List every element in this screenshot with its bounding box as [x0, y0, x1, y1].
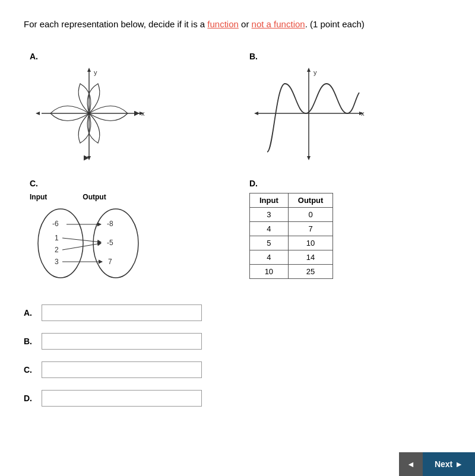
table-cell-2-0: 5: [250, 236, 289, 250]
rep-B: B. y x: [243, 46, 451, 167]
mapping-output-label: Output: [83, 193, 106, 201]
next-button[interactable]: Next ►: [423, 452, 475, 476]
table-row: 1025: [250, 264, 333, 278]
table-cell-0-1: 0: [288, 207, 333, 221]
table-cell-2-1: 10: [288, 236, 333, 250]
table-cell-1-0: 4: [250, 221, 289, 236]
question-header: For each representation below, decide if…: [24, 18, 451, 31]
graph-A-container: y x: [30, 66, 148, 161]
table-row: 30: [250, 207, 333, 221]
function-table: Input Output 30475104141025: [249, 193, 333, 279]
svg-marker-7: [87, 156, 91, 160]
svg-text:-5: -5: [107, 239, 113, 247]
table-row: 414: [250, 250, 333, 264]
prev-button[interactable]: ◄: [399, 452, 423, 476]
answer-label-D: D.: [24, 394, 42, 403]
svg-marker-14: [254, 112, 258, 115]
mapping-labels: Input Output: [30, 193, 226, 201]
graph-A-svg: y x: [30, 66, 148, 161]
answer-input-A[interactable]: [42, 304, 202, 321]
table-cell-3-1: 14: [288, 250, 333, 264]
header-end: . (1 point each): [305, 19, 365, 29]
answer-label-A: A.: [24, 308, 42, 318]
answer-input-B[interactable]: [42, 333, 202, 350]
bottom-nav: ◄ Next ►: [399, 452, 475, 476]
answer-label-B: B.: [24, 337, 42, 346]
table-cell-4-1: 25: [288, 264, 333, 278]
representations-grid: A. y: [24, 46, 451, 287]
svg-text:2: 2: [55, 246, 59, 254]
table-row: 47: [250, 221, 333, 236]
svg-text:7: 7: [108, 258, 112, 266]
table-cell-4-0: 10: [250, 264, 289, 278]
svg-marker-15: [307, 156, 311, 160]
answer-row-C: C.: [24, 361, 451, 378]
svg-point-16: [38, 209, 83, 278]
mapping-wrapper: -6 1 2 3 -8 -5 7: [30, 204, 137, 281]
function-link[interactable]: function: [207, 19, 239, 29]
svg-text:y: y: [94, 69, 97, 76]
mapping-input-label: Input: [30, 193, 47, 201]
svg-marker-5: [87, 68, 91, 72]
svg-marker-13: [307, 68, 311, 72]
table-cell-0-0: 3: [250, 207, 289, 221]
graph-B-container: y x: [249, 66, 368, 161]
svg-marker-6: [36, 112, 40, 115]
svg-line-26: [62, 238, 101, 242]
answer-row-B: B.: [24, 333, 451, 350]
svg-text:3: 3: [55, 258, 59, 266]
rep-B-label: B.: [249, 52, 445, 61]
table-header-output: Output: [288, 193, 333, 207]
rep-D-label: D.: [249, 179, 445, 188]
rep-D: D. Input Output 30475104141025: [243, 173, 451, 287]
rep-C: C. Input Output -6 1 2: [24, 173, 232, 287]
svg-line-27: [62, 243, 101, 250]
table-cell-1-1: 7: [288, 221, 333, 236]
rep-A-label: A.: [30, 52, 226, 61]
svg-text:-8: -8: [107, 220, 113, 228]
svg-text:y: y: [314, 69, 317, 76]
answer-row-D: D.: [24, 390, 451, 407]
table-cell-3-0: 4: [250, 250, 289, 264]
page-container: For each representation below, decide if…: [0, 0, 475, 476]
answer-label-C: C.: [24, 365, 42, 375]
answer-row-A: A.: [24, 304, 451, 321]
table-row: 510: [250, 236, 333, 250]
header-text-before: For each representation below, decide if…: [24, 19, 207, 29]
table-header-input: Input: [250, 193, 289, 207]
svg-text:1: 1: [55, 234, 59, 242]
answer-input-C[interactable]: [42, 361, 202, 378]
rep-C-label: C.: [30, 179, 226, 188]
header-middle: or: [239, 19, 252, 29]
answer-section: A. B. C. D.: [24, 304, 451, 407]
graph-B-svg: y x: [249, 66, 368, 161]
answer-input-D[interactable]: [42, 390, 202, 407]
rep-A: A. y: [24, 46, 232, 167]
not-function-link[interactable]: not a function: [252, 19, 305, 29]
mapping-svg: -6 1 2 3 -8 -5 7: [30, 204, 142, 284]
svg-text:-6: -6: [52, 220, 59, 228]
